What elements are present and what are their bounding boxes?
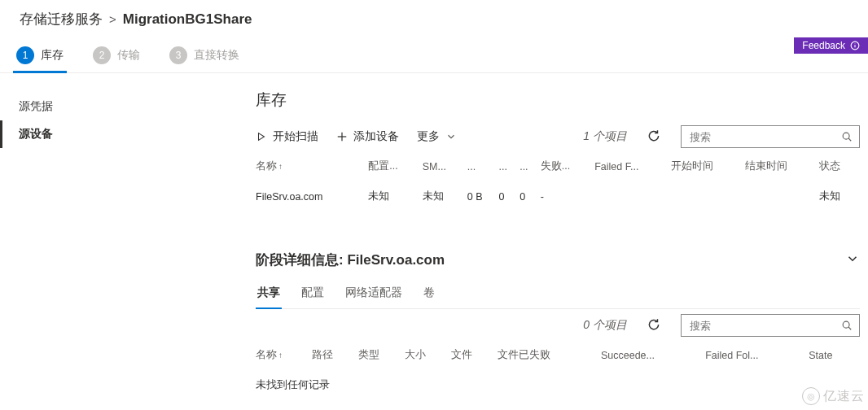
col-files-failed[interactable]: 文件已失败: [498, 343, 600, 370]
col-state[interactable]: State: [809, 343, 860, 370]
step-inventory[interactable]: 1 库存: [13, 40, 67, 72]
details-title: 阶段详细信息: FileSrv.oa.com: [256, 251, 445, 269]
col-size[interactable]: 大小: [405, 343, 451, 370]
col-start[interactable]: 开始时间: [671, 155, 745, 181]
info-icon: [850, 41, 860, 50]
wizard-steps: 1 库存 2 传输 3 直接转换: [0, 35, 868, 73]
step-badge: 2: [93, 46, 111, 64]
add-device-button[interactable]: 添加设备: [336, 129, 399, 144]
collapse-toggle[interactable]: [845, 251, 860, 268]
sidebar-item-source-devices[interactable]: 源设备: [0, 120, 236, 148]
search-input[interactable]: [688, 130, 841, 144]
details-table: 名称↑ 路径 类型 大小 文件 文件已失败 Succeede... Failed…: [256, 343, 860, 400]
tab-volumes[interactable]: 卷: [422, 281, 436, 308]
refresh-icon: [647, 129, 661, 143]
feedback-button[interactable]: Feedback: [794, 37, 868, 54]
refresh-button[interactable]: [645, 127, 663, 147]
search-icon: [841, 131, 853, 142]
details-tabs: 共享 配置 网络适配器 卷: [256, 281, 860, 309]
play-icon: [256, 131, 267, 142]
step-cutover[interactable]: 3 直接转换: [166, 40, 243, 72]
svg-point-8: [843, 321, 849, 328]
tab-network-adapters[interactable]: 网络适配器: [344, 281, 404, 308]
svg-line-9: [848, 327, 851, 329]
empty-state: 未找到任何记录: [256, 370, 860, 400]
step-badge: 3: [169, 46, 187, 64]
inventory-search[interactable]: [681, 125, 860, 148]
item-count: 1 个项目: [583, 129, 627, 144]
inventory-toolbar: 开始扫描 添加设备 更多 1 个项目: [256, 120, 860, 155]
table-header-row: 名称↑ 配置... SM... ... ... ... 失败... Failed…: [256, 155, 860, 181]
col-type[interactable]: 类型: [358, 343, 405, 370]
col-5[interactable]: ...: [519, 155, 541, 181]
table-header-row: 名称↑ 路径 类型 大小 文件 文件已失败 Succeede... Failed…: [256, 343, 860, 370]
sidebar: 源凭据 源设备: [0, 73, 236, 400]
step-badge: 1: [16, 46, 34, 64]
col-name[interactable]: 名称↑: [256, 343, 312, 370]
breadcrumb-parent[interactable]: 存储迁移服务: [20, 10, 103, 28]
watermark-logo-icon: ◎: [802, 387, 820, 400]
details-refresh-button[interactable]: [645, 316, 663, 336]
svg-marker-3: [259, 133, 265, 141]
search-input[interactable]: [688, 319, 841, 333]
svg-point-6: [843, 133, 849, 139]
col-4[interactable]: ...: [498, 155, 519, 181]
breadcrumb: 存储迁移服务 > MigrationBG1Share: [0, 0, 868, 35]
tab-config[interactable]: 配置: [300, 281, 326, 308]
watermark: ◎ 亿速云: [802, 387, 865, 400]
inventory-title: 库存: [256, 89, 860, 111]
plus-icon: [336, 131, 348, 142]
refresh-icon: [647, 317, 661, 332]
tab-shares[interactable]: 共享: [256, 281, 282, 308]
col-name[interactable]: 名称↑: [256, 155, 368, 181]
details-search[interactable]: [681, 314, 860, 337]
inventory-table: 名称↑ 配置... SM... ... ... ... 失败... Failed…: [256, 155, 860, 212]
col-end[interactable]: 结束时间: [745, 155, 819, 181]
svg-line-7: [848, 138, 851, 141]
col-failed[interactable]: 失败...: [541, 155, 594, 181]
col-state[interactable]: 状态: [819, 155, 860, 181]
col-config[interactable]: 配置...: [368, 155, 422, 181]
sidebar-item-credentials[interactable]: 源凭据: [0, 93, 236, 120]
col-succeeded[interactable]: Succeede...: [601, 343, 705, 370]
details-toolbar: 0 个项目: [256, 309, 860, 343]
chevron-down-icon: [845, 251, 860, 266]
col-sm[interactable]: SM...: [423, 155, 467, 181]
col-3[interactable]: ...: [467, 155, 499, 181]
step-transfer[interactable]: 2 传输: [90, 40, 143, 72]
details-item-count: 0 个项目: [583, 318, 627, 333]
col-failed-fol[interactable]: Failed Fol...: [705, 343, 809, 370]
details-section: 阶段详细信息: FileSrv.oa.com 共享 配置 网络适配器 卷 0 个…: [256, 251, 860, 400]
start-scan-button[interactable]: 开始扫描: [256, 129, 318, 144]
col-files[interactable]: 文件: [451, 343, 498, 370]
col-path[interactable]: 路径: [312, 343, 358, 370]
search-icon: [841, 320, 853, 331]
table-row[interactable]: FileSrv.oa.com 未知 未知 0 B 0 0 - 未知: [256, 181, 860, 212]
more-menu[interactable]: 更多: [417, 129, 457, 144]
chevron-down-icon: [445, 131, 457, 142]
svg-point-2: [855, 43, 856, 44]
breadcrumb-separator: >: [109, 12, 116, 26]
breadcrumb-current: MigrationBG1Share: [123, 11, 252, 28]
main-content: 库存 开始扫描 添加设备 更多 1 个项目: [236, 73, 868, 400]
col-failedf[interactable]: Failed F...: [594, 155, 671, 181]
